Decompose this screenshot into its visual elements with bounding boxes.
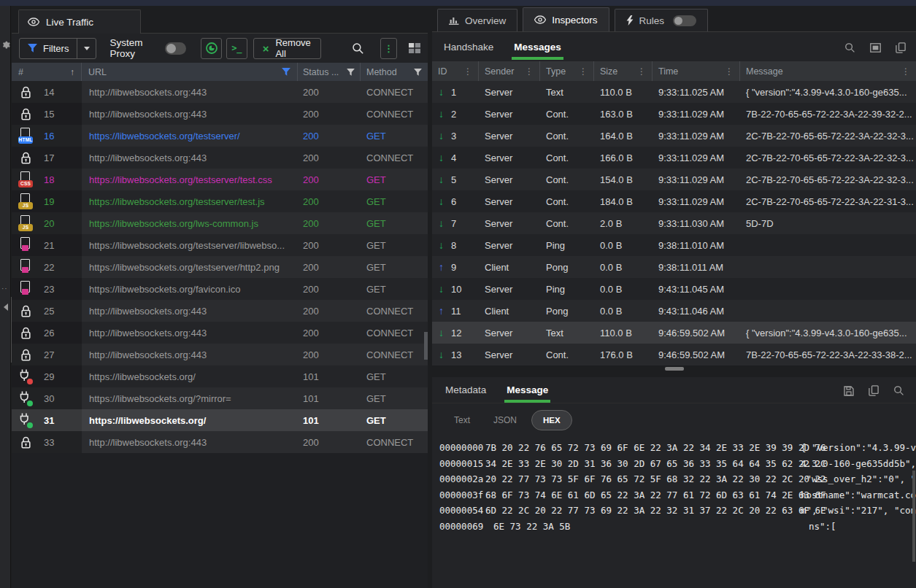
table-row[interactable]: HTML16https://libwebsockets.org/testserv… <box>12 125 428 147</box>
filter-funnel-icon <box>28 44 37 53</box>
more-options-button[interactable]: ⋮ <box>380 38 397 59</box>
message-row[interactable]: ↓12ServerText110.0 B9:46:59.502 AM{ "ver… <box>432 322 916 344</box>
tab-inspectors[interactable]: Inspectors <box>523 7 609 31</box>
message-type: Text <box>540 328 594 339</box>
sort-ascending-icon[interactable]: ↑ <box>70 67 74 77</box>
gear-icon[interactable] <box>1 39 10 53</box>
image-preview-icon[interactable] <box>870 43 881 53</box>
message-row[interactable]: ↓6ServerCont.184.0 B9:33:11.029 AM2C-7B-… <box>432 190 916 212</box>
layout-grid-button[interactable] <box>409 43 420 53</box>
column-menu-icon[interactable]: ⋮ <box>725 66 734 77</box>
search-icon[interactable] <box>844 42 855 53</box>
subtab-handshake[interactable]: Handshake <box>444 42 493 60</box>
request-method: CONNECT <box>361 306 428 317</box>
capture-browser-button[interactable] <box>201 38 222 59</box>
save-icon[interactable] <box>844 386 854 396</box>
table-row[interactable]: 29https://libwebsockets.org/101GET <box>12 365 428 387</box>
message-row[interactable]: ↓4ServerCont.166.0 B9:33:11.029 AM2C-7B-… <box>432 147 916 169</box>
column-menu-icon[interactable]: ⋮ <box>637 66 646 77</box>
message-row[interactable]: ↓7ServerCont.2.0 B9:33:11.030 AM5D-7D <box>432 212 916 234</box>
table-row[interactable]: 23https://libwebsockets.org/favicon.ico2… <box>12 278 428 300</box>
message-row[interactable]: ↓5ServerCont.154.0 B9:33:11.029 AM2C-7B-… <box>432 169 916 190</box>
tab-live-traffic[interactable]: Live Traffic <box>18 9 141 34</box>
detail-tabstrip: Metadata Message <box>432 377 916 403</box>
format-json-button[interactable]: JSON <box>485 411 526 430</box>
column-header-sender[interactable]: Sender⋮ <box>479 61 540 81</box>
search-icon[interactable] <box>893 385 904 396</box>
table-row[interactable]: 26http://libwebsockets.org:443200CONNECT <box>12 322 428 344</box>
filters-button-main[interactable]: Filters <box>20 39 77 58</box>
left-tabstrip: Live Traffic <box>12 6 428 34</box>
subtab-messages[interactable]: Messages <box>514 42 561 60</box>
message-preview: { "version":"4.3.99-v4.3.0-160-ge635... <box>740 328 916 339</box>
method-filter-icon[interactable] <box>414 69 422 76</box>
table-row[interactable]: CSS18https://libwebsockets.org/testserve… <box>12 169 428 190</box>
format-text-button[interactable]: Text <box>445 411 479 430</box>
table-row[interactable]: 31https://libwebsockets.org/101GET <box>12 409 428 431</box>
column-menu-icon[interactable]: ⋮ <box>525 66 534 77</box>
column-url-label: URL <box>88 67 107 77</box>
table-row[interactable]: 15http://libwebsockets.org:443200CONNECT <box>12 103 428 125</box>
column-header-type[interactable]: Type⋮ <box>540 61 594 81</box>
format-hex-button[interactable]: HEX <box>531 410 572 430</box>
column-header-status[interactable]: Status ... <box>298 63 361 81</box>
column-id-label: ID <box>438 66 447 77</box>
column-header-size[interactable]: Size⋮ <box>594 61 653 81</box>
collapse-panel-icon[interactable] <box>4 303 8 311</box>
url-filter-icon[interactable] <box>282 68 290 76</box>
terminal-button[interactable]: >_ <box>226 38 247 59</box>
traffic-scrollbar-thumb[interactable] <box>424 332 428 360</box>
table-row[interactable]: JS19https://libwebsockets.org/testserver… <box>12 190 428 212</box>
tab-overview[interactable]: Overview <box>437 9 517 31</box>
tab-rules[interactable]: Rules <box>615 9 709 31</box>
arrow-down-icon: ↓ <box>439 130 444 142</box>
message-row[interactable]: ↓3ServerCont.164.0 B9:33:11.029 AM2C-7B-… <box>432 125 916 147</box>
copy-icon[interactable] <box>869 385 879 396</box>
table-row[interactable]: 22https://libwebsockets.org/testserver/h… <box>12 256 428 278</box>
system-proxy-toggle[interactable] <box>165 42 186 55</box>
tab-message[interactable]: Message <box>507 384 548 403</box>
request-status: 200 <box>298 262 361 273</box>
filters-dropdown-button[interactable] <box>77 39 96 58</box>
remove-all-button[interactable]: × Remove All <box>253 38 321 59</box>
column-header-message[interactable]: Message⋮ <box>740 61 916 81</box>
filters-button[interactable]: Filters <box>19 38 96 59</box>
column-header-number[interactable]: # ↑ <box>12 63 82 81</box>
tab-metadata[interactable]: Metadata <box>445 384 486 403</box>
column-header-id[interactable]: ID⋮ <box>432 61 479 81</box>
column-header-time[interactable]: Time⋮ <box>653 61 740 81</box>
column-header-method[interactable]: Method <box>361 63 428 81</box>
search-button[interactable] <box>352 42 364 55</box>
rail-drag-handle[interactable]: ·· <box>1 285 8 293</box>
column-menu-icon[interactable]: ⋮ <box>579 66 588 77</box>
table-row[interactable]: 25http://libwebsockets.org:443200CONNECT <box>12 300 428 322</box>
eye-icon <box>28 18 39 26</box>
table-row[interactable]: JS20https://libwebsockets.org/lws-common… <box>12 212 428 234</box>
message-row[interactable]: ↓10ServerPing0.0 B9:43:11.045 AM <box>432 278 916 300</box>
detail-scrollbar-thumb[interactable] <box>912 471 915 562</box>
hex-bytes: 34 2E 33 2E 30 2D 31 36 30 2D 67 65 36 3… <box>485 456 801 472</box>
message-row[interactable]: ↓13ServerCont.176.0 B9:46:59.502 AM7B-22… <box>432 344 916 365</box>
arrow-down-icon: ↓ <box>439 174 444 185</box>
table-row[interactable]: 14http://libwebsockets.org:443200CONNECT <box>12 81 428 103</box>
message-row[interactable]: ↓8ServerPing0.0 B9:38:11.010 AM <box>432 234 916 256</box>
table-row[interactable]: 21https://libwebsockets.org/testserver/l… <box>12 234 428 256</box>
column-menu-icon[interactable]: ⋮ <box>901 66 910 77</box>
splitter-drag-handle[interactable] <box>665 367 684 371</box>
message-row[interactable]: ↑9ClientPong0.0 B9:38:11.011 AM <box>432 256 916 278</box>
column-header-url[interactable]: URL <box>82 63 298 81</box>
message-row[interactable]: ↑11ClientPong0.0 B9:43:11.046 AM <box>432 300 916 322</box>
message-row[interactable]: ↓2ServerCont.163.0 B9:33:11.029 AM7B-22-… <box>432 103 916 125</box>
copy-icon[interactable] <box>896 42 906 53</box>
rules-toggle[interactable] <box>673 15 696 26</box>
column-menu-icon[interactable]: ⋮ <box>463 66 472 77</box>
table-row[interactable]: 30https://libwebsockets.org/?mirror=101G… <box>12 387 428 409</box>
table-row[interactable]: 17http://libwebsockets.org:443200CONNECT <box>12 147 428 169</box>
request-status: 200 <box>298 437 361 448</box>
request-url: http://libwebsockets.org:443 <box>82 306 298 317</box>
hex-bytes: 20 22 77 73 73 5F 6F 76 65 72 5F 68 32 2… <box>485 471 801 487</box>
table-row[interactable]: 27http://libwebsockets.org:443200CONNECT <box>12 344 428 365</box>
status-filter-icon[interactable] <box>347 69 355 76</box>
message-row[interactable]: ↓1ServerText110.0 B9:33:11.025 AM{ "vers… <box>432 81 916 103</box>
table-row[interactable]: 33http://libwebsockets.org:443200CONNECT <box>12 431 428 453</box>
